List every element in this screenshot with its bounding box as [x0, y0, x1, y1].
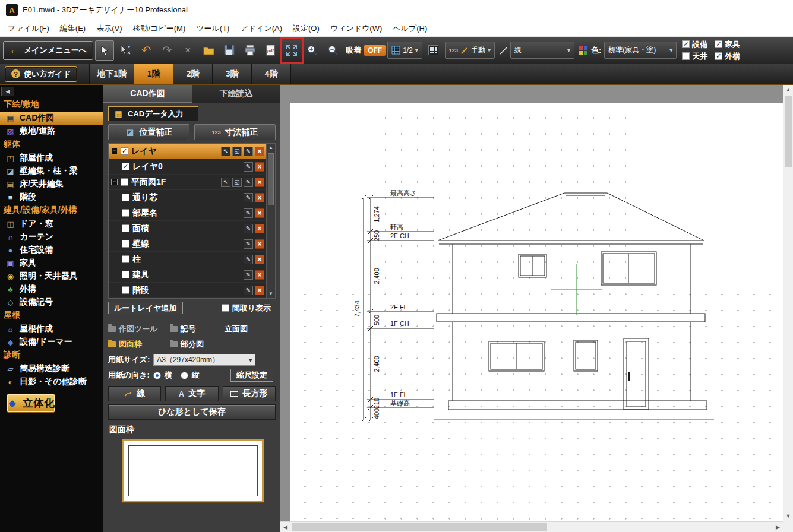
- checkbox-checked[interactable]: ✓: [682, 40, 690, 48]
- layer-edit-icon[interactable]: ✎: [244, 239, 253, 249]
- grid-spacing-dropdown[interactable]: 1/2 ▾: [387, 42, 422, 59]
- layer-row-root[interactable]: − ✓ レイヤ ↖ ◱ ✎ ×: [109, 144, 275, 159]
- sidebar-collapse-button[interactable]: ◀: [1, 87, 14, 96]
- layer-visibility-checkbox[interactable]: [122, 271, 129, 278]
- layer-edit-icon[interactable]: ✎: [244, 147, 253, 156]
- layer-row-grid-axis[interactable]: 通り芯 ✎×: [109, 190, 275, 205]
- layer-row-layer0[interactable]: ✓ レイヤ0 ✎ ×: [109, 159, 275, 175]
- radio-landscape[interactable]: [153, 372, 161, 379]
- layer-edit-icon[interactable]: ✎: [244, 224, 253, 233]
- paper-size-dropdown[interactable]: A3（297x420mm） ▾: [153, 354, 255, 366]
- delete-button[interactable]: ×: [178, 40, 197, 61]
- scroll-up-icon[interactable]: ▲: [267, 144, 275, 152]
- layer-select-icon[interactable]: ↖: [221, 147, 230, 156]
- sidebar-item-curtain[interactable]: ∩カーテン: [0, 230, 103, 243]
- pdf-export-button[interactable]: pdf: [261, 40, 280, 61]
- layer-copy-icon[interactable]: ◱: [232, 147, 242, 156]
- layer-delete-icon[interactable]: ×: [255, 178, 264, 187]
- frame-preview-thumbnail[interactable]: [122, 439, 264, 502]
- layer-copy-icon[interactable]: ◱: [232, 178, 242, 187]
- menu-move-copy[interactable]: 移動/コピー(M): [128, 21, 191, 36]
- toggle-furniture[interactable]: ✓家具: [715, 39, 740, 50]
- scrollbar-thumb[interactable]: [268, 153, 274, 205]
- draw-rect-button[interactable]: 長方形: [223, 386, 276, 401]
- layer-visibility-checkbox[interactable]: ✓: [121, 147, 128, 155]
- scroll-up-icon[interactable]: ▲: [783, 85, 793, 95]
- sidebar-item-wall-edit[interactable]: ◪壁編集・柱・梁: [0, 164, 103, 178]
- scrollbar-thumb[interactable]: [785, 96, 792, 167]
- line-type-dropdown[interactable]: 線 ▾: [510, 42, 574, 59]
- multi-select-tool-button[interactable]: [116, 40, 135, 61]
- layer-visibility-checkbox[interactable]: [122, 224, 129, 232]
- layer-row-wall-line[interactable]: 壁線 ✎×: [109, 236, 275, 252]
- layer-select-icon[interactable]: ↖: [221, 178, 230, 187]
- layer-row-room-name[interactable]: 部屋名 ✎×: [109, 205, 275, 221]
- sidebar-item-structure-diagnosis[interactable]: ▱簡易構造診断: [0, 362, 103, 375]
- layer-list-scrollbar[interactable]: ▲ ▼: [266, 144, 275, 298]
- layer-delete-icon[interactable]: ×: [255, 147, 264, 156]
- dimension-mode-dropdown[interactable]: 123 手動 ▾: [445, 42, 495, 59]
- layer-delete-icon[interactable]: ×: [255, 208, 264, 218]
- tool-elevation[interactable]: 立面図: [225, 324, 276, 334]
- sidebar-item-room-create[interactable]: ◰部屋作成: [0, 151, 103, 164]
- floor-tab-2f[interactable]: 2階: [173, 64, 213, 84]
- vertical-scrollbar[interactable]: ▲ ▼: [783, 85, 793, 521]
- floor-tab-4f[interactable]: 4階: [252, 64, 291, 84]
- save-as-template-button[interactable]: ひな形として保存: [108, 404, 276, 420]
- layer-delete-icon[interactable]: ×: [255, 286, 264, 295]
- color-scheme-dropdown[interactable]: 標準(家具・塗) ▾: [604, 42, 677, 59]
- undo-button[interactable]: ↶: [137, 40, 156, 61]
- menu-addin[interactable]: アドイン(A): [235, 21, 287, 36]
- sidebar-item-housing-equipment[interactable]: ●住宅設備: [0, 243, 103, 256]
- layer-visibility-checkbox[interactable]: [122, 240, 129, 248]
- numeric-keypad-button[interactable]: [424, 40, 443, 61]
- layer-row-fittings[interactable]: 建具 ✎×: [109, 267, 275, 283]
- layer-edit-icon[interactable]: ✎: [244, 193, 253, 202]
- layer-row-stairs[interactable]: 階段 ✎×: [109, 283, 275, 298]
- scroll-left-icon[interactable]: ◀: [280, 522, 290, 532]
- panel-tab-cad-draw[interactable]: CAD作図: [103, 85, 192, 103]
- cad-data-input-button[interactable]: ▦ CADデータ入力: [108, 106, 198, 121]
- floor-tab-basement[interactable]: 地下1階: [89, 64, 134, 84]
- sidebar-item-roof-create[interactable]: ⌂屋根作成: [0, 322, 103, 335]
- menu-window[interactable]: ウィンドウ(W): [325, 21, 387, 36]
- tool-symbol[interactable]: 記号: [170, 324, 225, 334]
- tool-partial[interactable]: 部分図: [170, 339, 225, 350]
- layer-visibility-checkbox[interactable]: [122, 286, 129, 294]
- sidebar-item-stairs[interactable]: ≡階段: [0, 191, 103, 204]
- horizontal-scrollbar[interactable]: ◀ ▶: [280, 521, 783, 532]
- floor-tab-3f[interactable]: 3階: [213, 64, 252, 84]
- zoom-in-button[interactable]: [303, 40, 322, 61]
- checkbox-checked[interactable]: ✓: [715, 40, 722, 48]
- usage-guide-button[interactable]: ? 使い方ガイド: [5, 66, 77, 82]
- layer-delete-icon[interactable]: ×: [255, 162, 264, 172]
- layer-visibility-checkbox[interactable]: [122, 255, 129, 263]
- scale-settings-button[interactable]: 縮尺設定: [230, 369, 273, 382]
- make-3d-button[interactable]: ◆ 立体化: [7, 394, 55, 413]
- drawing-tools-group[interactable]: 作図ツール: [108, 324, 170, 334]
- layer-visibility-checkbox[interactable]: [122, 194, 129, 201]
- scroll-down-icon[interactable]: ▼: [783, 511, 793, 521]
- layer-visibility-checkbox[interactable]: [122, 209, 129, 217]
- main-menu-button[interactable]: ← メインメニューへ: [3, 41, 93, 60]
- sidebar-item-dormer[interactable]: ◆設備/ドーマー: [0, 335, 103, 349]
- panel-tab-sketch-load[interactable]: 下絵読込: [192, 85, 280, 103]
- sidebar-item-cad-draw[interactable]: ▦CAD作図: [0, 112, 103, 125]
- layer-edit-icon[interactable]: ✎: [244, 178, 253, 187]
- menu-file[interactable]: ファイル(F): [2, 21, 55, 36]
- layer-visibility-checkbox[interactable]: ✓: [122, 163, 129, 170]
- layer-delete-icon[interactable]: ×: [255, 270, 264, 280]
- dimension-correction-button[interactable]: 123寸法補正: [194, 124, 276, 140]
- add-root-layer-button[interactable]: ルートレイヤ追加: [108, 302, 183, 314]
- scroll-down-icon[interactable]: ▼: [267, 290, 275, 298]
- checkbox-unchecked[interactable]: [222, 304, 229, 312]
- toggle-equipment[interactable]: ✓設備: [682, 39, 707, 50]
- snap-toggle[interactable]: OFF: [364, 45, 386, 56]
- draw-text-button[interactable]: A 文字: [165, 386, 218, 401]
- layer-delete-icon[interactable]: ×: [255, 255, 264, 264]
- layer-edit-icon[interactable]: ✎: [244, 162, 253, 172]
- layer-row-area[interactable]: 面積 ✎×: [109, 221, 275, 236]
- sidebar-item-exterior[interactable]: ♣外構: [0, 283, 103, 296]
- menu-view[interactable]: 表示(V): [91, 21, 127, 36]
- sidebar-item-lighting[interactable]: ◉照明・天井器具: [0, 270, 103, 283]
